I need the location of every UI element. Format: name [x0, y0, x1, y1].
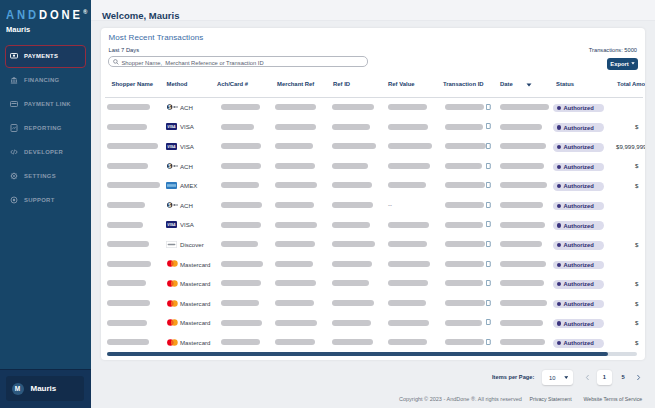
svg-text:VISA: VISA — [167, 125, 176, 129]
svg-text:$: $ — [168, 105, 171, 110]
svg-text:VISA: VISA — [167, 145, 176, 149]
svg-text:$: $ — [168, 164, 171, 169]
svg-text:$: $ — [168, 203, 171, 208]
svg-text:VISA: VISA — [167, 223, 176, 227]
